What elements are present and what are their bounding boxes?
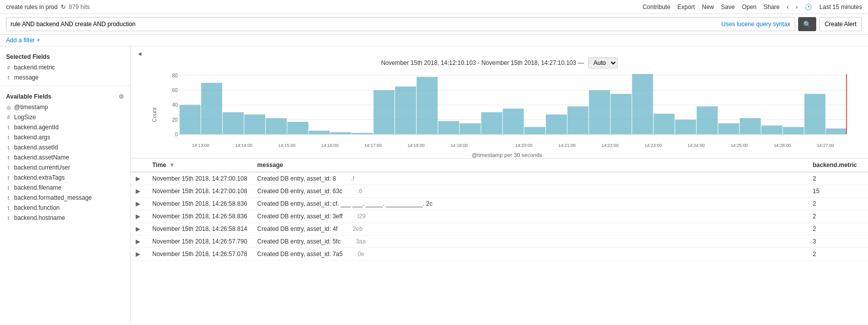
- sidebar-available-item[interactable]: tbackend.args: [0, 132, 130, 142]
- nav-forward-icon[interactable]: ›: [796, 4, 798, 11]
- sidebar-available-item[interactable]: ◎@timestamp: [0, 102, 130, 112]
- field-type-badge: t: [6, 195, 11, 201]
- metric-cell: 2: [808, 172, 868, 185]
- field-name: backend.args: [14, 134, 124, 141]
- expand-cell[interactable]: ▶: [131, 185, 147, 198]
- field-name: LogSize: [14, 114, 124, 121]
- sidebar-available-item[interactable]: tbackend.hostname: [0, 213, 130, 223]
- share-button[interactable]: Share: [763, 4, 780, 11]
- svg-rect-24: [481, 112, 502, 134]
- x-axis-label: @timestamp per 30 seconds: [162, 152, 852, 158]
- top-bar: create rules in prod ↻ 879 hits Contribu…: [0, 0, 868, 14]
- svg-text:0: 0: [175, 132, 178, 137]
- lucene-hint[interactable]: Uses lucene query syntax: [721, 21, 790, 28]
- row-expand-button[interactable]: ▶: [136, 225, 140, 232]
- sidebar-available-item[interactable]: tbackend.filename: [0, 183, 130, 193]
- search-input[interactable]: [11, 21, 721, 28]
- histogram[interactable]: Count 02040608014:13:0014:14:0014:15:001…: [147, 71, 852, 158]
- field-type-badge: t: [6, 205, 11, 211]
- field-name: backend.assetId: [14, 144, 124, 151]
- svg-rect-14: [266, 118, 287, 134]
- message-col-header[interactable]: message: [252, 158, 808, 172]
- chart-container: ◄ November 15th 2018, 14:12:10.103 - Nov…: [131, 46, 868, 158]
- expand-cell[interactable]: ▶: [131, 248, 147, 261]
- svg-text:20: 20: [172, 117, 177, 123]
- table-body: ▶ November 15th 2018, 14:27:00.108 Creat…: [131, 172, 868, 261]
- create-alert-button[interactable]: Create Alert: [819, 17, 862, 31]
- time-cell: November 15th 2018, 14:26:58.814: [147, 223, 252, 235]
- field-type-badge: t: [6, 75, 11, 80]
- svg-text:14:26:00: 14:26:00: [774, 143, 791, 148]
- row-expand-button[interactable]: ▶: [136, 188, 140, 195]
- table-row[interactable]: ▶ November 15th 2018, 14:26:58.836 Creat…: [131, 198, 868, 210]
- contribute-button[interactable]: Contribute: [642, 4, 670, 11]
- field-type-badge: t: [6, 145, 11, 150]
- metric-col-header[interactable]: backend.metric: [808, 158, 868, 172]
- sidebar-selected-item[interactable]: tmessage: [0, 72, 130, 83]
- sidebar-available-item[interactable]: tbackend.agentId: [0, 122, 130, 132]
- svg-rect-28: [567, 106, 589, 134]
- add-filter-button[interactable]: Add a filter +: [6, 37, 862, 44]
- sidebar-selected-item[interactable]: #backend.metric: [0, 62, 130, 72]
- main-layout: Selected Fields #backend.metrictmessage …: [0, 46, 868, 323]
- sidebar-available-item[interactable]: tbackend.extraTags: [0, 173, 130, 183]
- y-axis-label: Count: [151, 107, 157, 122]
- search-input-wrap[interactable]: Uses lucene query syntax: [6, 17, 795, 31]
- sidebar-available-item[interactable]: #LogSize: [0, 112, 130, 122]
- expand-cell[interactable]: ▶: [131, 210, 147, 223]
- chart-collapse-button[interactable]: ◄: [137, 50, 143, 57]
- search-button[interactable]: 🔍: [798, 17, 816, 31]
- table-row[interactable]: ▶ November 15th 2018, 14:26:57.078 Creat…: [131, 248, 868, 261]
- save-button[interactable]: Save: [721, 4, 735, 11]
- sidebar-available-item[interactable]: tbackend.assetId: [0, 142, 130, 152]
- table-row[interactable]: ▶ November 15th 2018, 14:26:58.836 Creat…: [131, 210, 868, 223]
- field-type-badge: t: [6, 155, 11, 160]
- message-cell: Created DB entry, asset_id: 8.f: [252, 172, 808, 185]
- time-cell: November 15th 2018, 14:27:00.108: [147, 172, 252, 185]
- sidebar-available-item[interactable]: tbackend.currentUser: [0, 162, 130, 173]
- interval-select[interactable]: Auto: [588, 57, 618, 68]
- gear-icon[interactable]: ⚙: [119, 93, 124, 100]
- svg-rect-37: [761, 125, 783, 134]
- row-expand-button[interactable]: ▶: [136, 200, 140, 207]
- expand-cell[interactable]: ▶: [131, 235, 147, 248]
- field-type-badge: t: [6, 175, 11, 181]
- field-name: backend.filename: [14, 184, 124, 191]
- row-expand-button[interactable]: ▶: [136, 213, 140, 220]
- table-header: Time ▼ message backend.metric: [131, 158, 868, 172]
- sidebar-available-item[interactable]: tbackend.formatted_message: [0, 193, 130, 203]
- sort-icon: ▼: [169, 161, 175, 169]
- table-row[interactable]: ▶ November 15th 2018, 14:26:57.790 Creat…: [131, 235, 868, 248]
- svg-rect-36: [740, 118, 761, 134]
- metric-cell: 2: [808, 198, 868, 210]
- available-fields-list: ◎@timestamp#LogSizetbackend.agentIdtback…: [0, 102, 130, 223]
- open-button[interactable]: Open: [742, 4, 756, 11]
- svg-text:14:20:00: 14:20:00: [515, 143, 532, 148]
- row-expand-button[interactable]: ▶: [136, 251, 140, 258]
- sidebar-available-item[interactable]: tbackend.assetName: [0, 152, 130, 162]
- sidebar-available-item[interactable]: tbackend.function: [0, 203, 130, 213]
- new-button[interactable]: New: [702, 4, 714, 11]
- time-col-header[interactable]: Time ▼: [147, 158, 252, 172]
- svg-rect-31: [632, 74, 653, 134]
- results-table: Time ▼ message backend.metric ▶ November…: [131, 158, 868, 261]
- expand-cell[interactable]: ▶: [131, 172, 147, 185]
- toolbar: Contribute Export New Save Open Share ‹ …: [642, 4, 862, 11]
- field-type-badge: #: [6, 115, 11, 120]
- table-row[interactable]: ▶ November 15th 2018, 14:27:00.108 Creat…: [131, 185, 868, 198]
- table-row[interactable]: ▶ November 15th 2018, 14:26:58.814 Creat…: [131, 223, 868, 235]
- svg-rect-22: [438, 121, 459, 134]
- export-button[interactable]: Export: [678, 4, 695, 11]
- page-title-area: create rules in prod ↻ 879 hits: [6, 4, 90, 11]
- time-range-label[interactable]: Last 15 minutes: [819, 4, 862, 11]
- field-name: message: [14, 74, 124, 81]
- row-expand-button[interactable]: ▶: [136, 238, 140, 245]
- expand-cell[interactable]: ▶: [131, 198, 147, 210]
- nav-back-icon[interactable]: ‹: [787, 4, 789, 11]
- reload-icon[interactable]: ↻: [61, 4, 66, 11]
- row-expand-button[interactable]: ▶: [136, 175, 140, 182]
- table-row[interactable]: ▶ November 15th 2018, 14:27:00.108 Creat…: [131, 172, 868, 185]
- svg-rect-19: [373, 90, 395, 134]
- field-type-badge: #: [6, 65, 11, 70]
- expand-cell[interactable]: ▶: [131, 223, 147, 235]
